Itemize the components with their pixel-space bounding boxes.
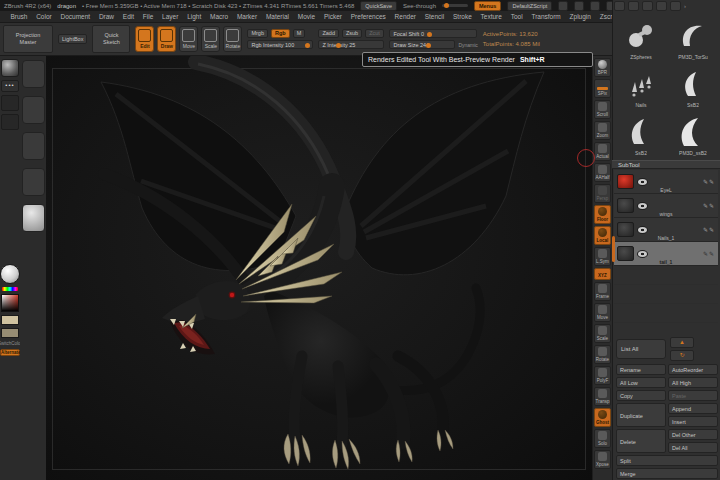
tool-thumbnail[interactable]: ZSpheres	[616, 14, 666, 60]
subtool-row[interactable]: ✎✎ Nails_1	[614, 218, 718, 242]
copy-button[interactable]: Copy	[616, 390, 666, 401]
xyz-button[interactable]: XYZ	[594, 268, 611, 280]
zcut-toggle[interactable]: Zcut	[365, 29, 384, 39]
secondary-color-swatch[interactable]	[1, 328, 19, 338]
duplicate-button[interactable]: Duplicate	[616, 403, 666, 427]
subtool-down-button[interactable]: ↻	[670, 350, 694, 361]
paint-icons[interactable]: ✎✎	[703, 202, 715, 209]
visibility-eye-icon[interactable]	[637, 250, 648, 258]
tray-slot[interactable]	[22, 96, 45, 124]
rgb-toggle[interactable]: Rgb	[271, 29, 290, 39]
zoom-button[interactable]: Zoom	[594, 121, 611, 140]
rename-button[interactable]: Rename	[616, 364, 666, 375]
subtool-row-faded[interactable]	[614, 304, 718, 323]
material-palette-icon[interactable]	[670, 1, 681, 11]
default-zscript-button[interactable]: DefaultZScript	[507, 1, 552, 11]
solo-button[interactable]: Solo	[594, 429, 611, 448]
hue-bar[interactable]	[2, 287, 18, 291]
tool-thumbnail[interactable]: SsB2	[616, 110, 666, 156]
slider-knob[interactable]	[426, 43, 431, 48]
move-mode-button[interactable]: Move	[179, 26, 198, 52]
subtool-scrollbar[interactable]	[612, 236, 615, 262]
tray-toggle-arrow[interactable]: ›	[684, 3, 686, 9]
slider-knob[interactable]	[427, 32, 432, 37]
del-other-button[interactable]: Del Other	[668, 429, 718, 440]
persp-button[interactable]: Persp	[594, 184, 611, 203]
brush-icon[interactable]	[574, 1, 584, 11]
menu-tool[interactable]: Tool	[506, 13, 527, 20]
menu-macro[interactable]: Macro	[206, 13, 233, 20]
lightbox-button[interactable]: LightBox	[58, 34, 87, 44]
alpha-slot[interactable]	[1, 95, 19, 111]
projection-master-button[interactable]: Projection Master	[3, 25, 53, 53]
menu-color[interactable]: Color	[32, 13, 56, 20]
auto-reorder-button[interactable]: AutoReorder	[668, 364, 718, 375]
split-button[interactable]: Split	[616, 455, 718, 466]
tray-slot[interactable]	[22, 168, 45, 196]
draw-size-slider[interactable]: Draw Size 244	[389, 40, 455, 49]
subtool-header[interactable]: SubTool	[612, 160, 720, 169]
spix-button[interactable]: SPix	[594, 79, 611, 98]
xpose-button[interactable]: Xpose	[594, 450, 611, 469]
visibility-eye-icon[interactable]	[637, 178, 648, 186]
see-through-slider[interactable]	[442, 4, 468, 7]
stroke-type-icon[interactable]: •••	[1, 80, 19, 92]
move-3d-button[interactable]: Move	[594, 303, 611, 322]
visibility-eye-icon[interactable]	[637, 202, 648, 210]
tool-thumbnail[interactable]: PM3D_TorSu	[668, 14, 718, 60]
tray-slot[interactable]	[22, 132, 45, 160]
menu-stroke[interactable]: Stroke	[449, 13, 477, 20]
lock-icon[interactable]	[590, 1, 600, 11]
menu-preferences[interactable]: Preferences	[346, 13, 390, 20]
zsub-toggle[interactable]: Zsub	[342, 29, 362, 39]
draw-mode-button[interactable]: Draw	[157, 26, 176, 52]
paint-icons[interactable]: ✎✎	[703, 250, 715, 257]
actual-button[interactable]: Actual	[594, 142, 611, 161]
transparency-button[interactable]: Transp	[594, 387, 611, 406]
visibility-eye-icon[interactable]	[637, 226, 648, 234]
paint-icons[interactable]: ✎✎	[703, 178, 715, 185]
texture-palette-icon[interactable]	[656, 1, 667, 11]
slider-knob[interactable]	[305, 43, 310, 48]
menu-layer[interactable]: Layer	[158, 13, 183, 20]
material-thumbnail[interactable]	[0, 264, 20, 284]
frame-button[interactable]: Frame	[594, 282, 611, 301]
polyframe-button[interactable]: PolyF	[594, 366, 611, 385]
current-brush-thumbnail[interactable]	[1, 59, 19, 77]
rgb-intensity-slider[interactable]: Rgb Intensity 100	[247, 40, 313, 49]
scale-3d-button[interactable]: Scale	[594, 324, 611, 343]
menu-zplugin[interactable]: Zplugin	[565, 13, 595, 20]
delete-button[interactable]: Delete	[616, 429, 666, 453]
insert-button[interactable]: Insert	[668, 416, 718, 427]
stroke-palette-icon[interactable]	[628, 1, 639, 11]
floor-button[interactable]: Floor	[594, 205, 611, 224]
paste-button[interactable]: Paste	[668, 390, 718, 401]
menu-edit[interactable]: Edit	[118, 13, 138, 20]
tool-thumbnail[interactable]: PM3D_ssB2	[668, 110, 718, 156]
menu-marker[interactable]: Marker	[232, 13, 261, 20]
menu-brush[interactable]: Brush	[6, 13, 32, 20]
switch-color-button[interactable]: SwitchColor	[0, 341, 22, 346]
menu-light[interactable]: Light	[183, 13, 206, 20]
alpha-palette-icon[interactable]	[642, 1, 653, 11]
subtool-up-button[interactable]: ▲	[670, 337, 694, 348]
del-all-button[interactable]: Del All	[668, 442, 718, 453]
subtool-row[interactable]: ✎✎ wings	[614, 194, 718, 218]
menu-material[interactable]: Material	[262, 13, 294, 20]
append-button[interactable]: Append	[668, 403, 718, 414]
zadd-toggle[interactable]: Zadd	[318, 29, 339, 39]
menu-render[interactable]: Render	[390, 13, 420, 20]
menu-transform[interactable]: Transform	[527, 13, 565, 20]
paint-icons[interactable]: ✎✎	[703, 226, 715, 233]
tray-slot[interactable]	[22, 204, 45, 232]
dynamic-label[interactable]: Dynamic	[458, 42, 477, 48]
hand-icon[interactable]	[558, 1, 568, 11]
merge-button[interactable]: Merge	[616, 468, 718, 479]
tool-thumbnail[interactable]: SsB2	[668, 62, 718, 108]
mrgb-toggle[interactable]: Mrgb	[247, 29, 268, 39]
edit-mode-button[interactable]: Edit	[135, 26, 154, 52]
list-all-button[interactable]: List All	[616, 339, 666, 359]
rotate-mode-button[interactable]: Rotate	[223, 26, 242, 52]
menu-picker[interactable]: Picker	[320, 13, 347, 20]
ghost-button[interactable]: Ghost	[594, 408, 611, 427]
